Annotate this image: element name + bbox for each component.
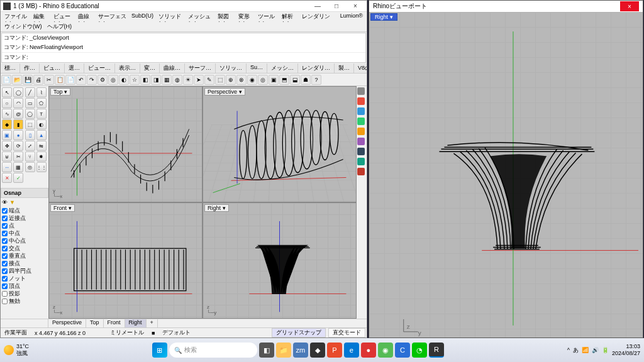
menu-lumion[interactable]: Lumion® — [338, 12, 365, 22]
tool-icon[interactable]: ◎ — [108, 75, 118, 85]
mirror-icon[interactable]: ⇋ — [36, 141, 47, 151]
maximize-button[interactable]: □ — [328, 1, 345, 11]
tool-icon[interactable]: ◨ — [151, 75, 161, 85]
tab-cplane[interactable]: 作… — [20, 63, 40, 73]
tab-display[interactable]: 表示… — [115, 63, 140, 73]
start-icon[interactable]: ⊞ — [152, 343, 167, 358]
tab-front[interactable]: Front — [104, 319, 125, 327]
trim-icon[interactable]: ✂ — [13, 151, 23, 162]
osnap-end[interactable]: 端点 — [1, 207, 48, 214]
osnap-knot[interactable]: ノット — [1, 275, 48, 282]
tab-select[interactable]: 選… — [65, 63, 84, 73]
render-icon[interactable] — [357, 107, 365, 115]
library-icon[interactable] — [357, 168, 365, 175]
tool-icon[interactable]: ◎ — [258, 75, 268, 85]
tool-icon[interactable]: ⬚ — [215, 75, 225, 85]
save-icon[interactable]: 💾 — [23, 75, 33, 85]
lasso-icon[interactable]: ◯ — [13, 87, 23, 97]
tab-solid[interactable]: ソリッ… — [216, 63, 247, 73]
tab-standard[interactable]: 標… — [1, 63, 20, 73]
split-icon[interactable]: ⑂ — [25, 151, 35, 162]
status-layer-swatch[interactable]: ■ — [148, 330, 158, 336]
tool-icon[interactable]: ⬓ — [290, 75, 300, 85]
materials-icon[interactable] — [357, 118, 365, 125]
app-icon[interactable]: ◆ — [310, 343, 325, 358]
viewport-top[interactable]: Top ▾ y└─x — [49, 87, 202, 202]
osnap-int[interactable]: 交点 — [1, 244, 48, 252]
tab-transform[interactable]: 変… — [140, 63, 160, 73]
taskview-icon[interactable]: ◧ — [259, 343, 274, 358]
tool-icon[interactable]: ◍ — [172, 75, 182, 85]
tool-icon[interactable]: ⊗ — [236, 75, 247, 85]
app-icon[interactable]: zm — [293, 343, 308, 358]
status-ortho[interactable]: 直交モード — [328, 328, 365, 337]
tool-icon[interactable]: ⚙ — [97, 75, 108, 85]
viewport-front[interactable]: Front ▾ z└─x — [49, 203, 202, 318]
taskbar-clock[interactable]: 13:03 2024/08/27 — [612, 343, 640, 357]
tab-viewport[interactable]: ビュー… — [84, 63, 115, 73]
explorer-icon[interactable]: 📁 — [276, 343, 291, 358]
pointer-icon[interactable]: ↖ — [2, 87, 12, 97]
status-gridsnap[interactable]: グリッドスナップ — [272, 328, 326, 337]
viewport-label-persp[interactable]: Perspective ▾ — [204, 88, 245, 96]
status-units[interactable]: ミリメートル — [106, 329, 148, 337]
display-icon[interactable] — [357, 138, 365, 145]
app-icon[interactable]: P — [327, 343, 342, 358]
tool-icon[interactable]: ◐ — [119, 75, 129, 85]
move-icon[interactable]: ✥ — [2, 141, 12, 151]
delete-icon[interactable]: ✕ — [2, 173, 12, 183]
rhino-icon[interactable]: R — [429, 343, 444, 358]
check-icon[interactable]: ✓ — [13, 173, 23, 183]
sphere-icon[interactable]: ● — [13, 130, 23, 140]
box-icon[interactable]: ▣ — [2, 130, 12, 140]
tray-chevron-icon[interactable]: ^ — [567, 347, 570, 353]
status-plane[interactable]: 作業平面 — [1, 329, 31, 337]
windows-taskbar[interactable]: 31°C 強風 ⊞ 🔍検索 ◧ 📁 zm ◆ P e ● ◉ C ◔ R ^ あ… — [0, 338, 644, 362]
tool-icon[interactable]: ➤ — [194, 75, 204, 85]
app-icon[interactable]: C — [395, 343, 410, 358]
tab-top[interactable]: Top — [86, 319, 104, 327]
viewport-perspective[interactable]: Perspective ▾ — [203, 87, 356, 202]
osnap-cen[interactable]: 中心点 — [1, 237, 48, 244]
notes-icon[interactable] — [357, 148, 365, 155]
tab-mesh[interactable]: メッシ… — [267, 63, 298, 73]
explode-icon[interactable]: ✸ — [36, 151, 47, 162]
tab-surface[interactable]: サーフ… — [185, 63, 216, 73]
menu-edit[interactable]: 編集(E) — [31, 12, 51, 22]
lights-icon[interactable] — [357, 128, 365, 135]
print-icon[interactable]: 🖨 — [33, 75, 43, 85]
menu-surface[interactable]: サーフェス(S) — [96, 12, 129, 22]
tray-battery-icon[interactable]: 🔋 — [602, 347, 609, 353]
offset-icon[interactable]: ◎ — [25, 162, 35, 172]
extrude-icon[interactable]: ▮ — [13, 119, 23, 129]
undo-icon[interactable]: ↶ — [76, 75, 86, 85]
grid-icon[interactable]: ▦ — [13, 162, 23, 172]
osnap-disabled[interactable]: 無効 — [1, 297, 48, 305]
dim-icon[interactable]: ↔ — [2, 162, 12, 172]
polygon-icon[interactable]: ⬠ — [36, 98, 47, 108]
menu-curve[interactable]: 曲線(C) — [75, 12, 96, 22]
osnap-mid[interactable]: 中点 — [1, 229, 48, 237]
tool-icon[interactable]: ⊕ — [226, 75, 236, 85]
loft-icon[interactable]: ⬚ — [25, 119, 35, 129]
viewport-label-front[interactable]: Front ▾ — [50, 204, 75, 212]
spiral-icon[interactable]: @ — [13, 109, 23, 119]
tool-icon[interactable]: ✎ — [204, 75, 214, 85]
tool-icon[interactable]: ☆ — [130, 75, 140, 85]
tray-wifi-icon[interactable]: 📶 — [582, 347, 589, 353]
copy-icon[interactable]: 📋 — [55, 75, 65, 85]
tab-perspective[interactable]: Perspective — [48, 319, 86, 327]
new-icon[interactable]: 📄 — [1, 75, 11, 85]
revolve-icon[interactable]: ◐ — [36, 119, 47, 129]
tray-lang-icon[interactable]: あ — [573, 346, 579, 354]
tray-volume-icon[interactable]: 🔊 — [592, 347, 599, 353]
status-layer[interactable]: デフォルト — [158, 329, 194, 337]
ellipse-icon[interactable]: ◯ — [25, 109, 35, 119]
taskbar-search[interactable]: 🔍検索 — [169, 343, 257, 358]
osnap-point[interactable]: 点 — [1, 222, 48, 229]
float-viewport-canvas[interactable]: z y — [369, 12, 643, 337]
menu-tools[interactable]: ツール(L) — [255, 12, 279, 22]
open-icon[interactable]: 📂 — [12, 75, 22, 85]
polyline-icon[interactable]: ⌇ — [36, 87, 47, 97]
rect-icon[interactable]: ▭ — [25, 98, 35, 108]
